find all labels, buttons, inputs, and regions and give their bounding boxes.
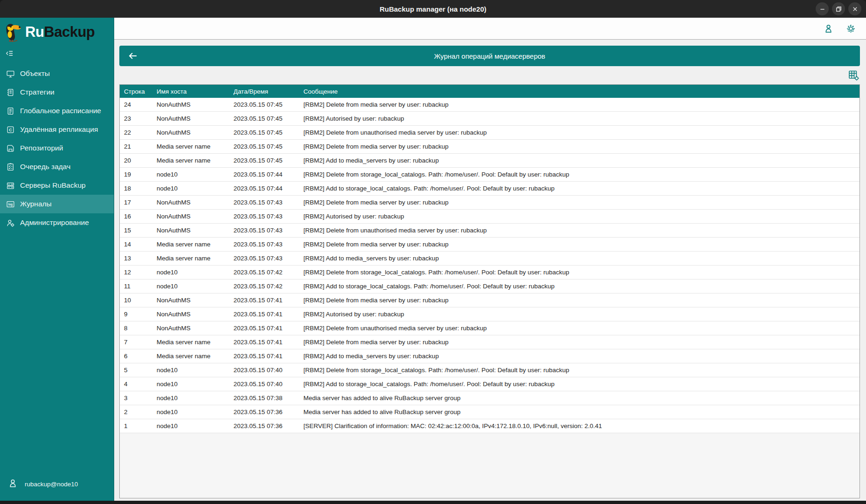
- cell-row-number: 1: [120, 422, 152, 429]
- logs-icon: log: [6, 200, 15, 209]
- cell-row-number: 7: [120, 339, 152, 346]
- table-row[interactable]: 11node102023.05.15 07:42[RBM2] Add to st…: [120, 279, 859, 293]
- table-row[interactable]: 7Media server name2023.05.15 07:41[RBM2]…: [120, 335, 859, 349]
- table-body: 24NonAuthMS2023.05.15 07:45[RBM2] Delete…: [120, 98, 859, 498]
- table-settings-button[interactable]: [848, 70, 859, 81]
- content-area: Журнал операций медиасерверов СтрокаИмя …: [114, 40, 866, 501]
- cell-row-number: 22: [120, 129, 152, 136]
- table-row[interactable]: 20Media server name2023.05.15 07:45[RBM2…: [120, 154, 859, 168]
- table-row[interactable]: 10NonAuthMS2023.05.15 07:41[RBM2] Delete…: [120, 293, 859, 307]
- repository-icon: [6, 144, 15, 153]
- administration-icon: [6, 218, 15, 227]
- sidebar-item-remote-replication[interactable]: CУдалённая репликация: [0, 120, 114, 139]
- sidebar-item-administration[interactable]: Администрирование: [0, 213, 114, 232]
- sidebar-collapse-button[interactable]: [6, 48, 18, 60]
- sidebar-item-strategies[interactable]: Стратегии: [0, 83, 114, 102]
- column-header-2[interactable]: Дата/Время: [229, 88, 299, 95]
- window-controls: [816, 0, 861, 18]
- restore-button[interactable]: [832, 2, 845, 15]
- table-row[interactable]: 12node102023.05.15 07:42[RBM2] Delete fr…: [120, 266, 859, 279]
- cell-datetime: 2023.05.15 07:44: [229, 171, 299, 178]
- user-info: rubackup@node10: [0, 478, 114, 501]
- servers-icon: [6, 181, 15, 190]
- table-row[interactable]: 6Media server name2023.05.15 07:41[RBM2]…: [120, 349, 859, 363]
- table-row[interactable]: 24NonAuthMS2023.05.15 07:45[RBM2] Delete…: [120, 98, 859, 112]
- table-row[interactable]: 19node102023.05.15 07:44[RBM2] Delete fr…: [120, 168, 859, 182]
- table-row[interactable]: 21Media server name2023.05.15 07:45[RBM2…: [120, 140, 859, 154]
- sidebar-item-repository[interactable]: Репозиторий: [0, 139, 114, 157]
- settings-gear-icon[interactable]: [846, 24, 856, 34]
- cell-datetime: 2023.05.15 07:43: [229, 241, 299, 248]
- table-row[interactable]: 16NonAuthMS2023.05.15 07:43[RBM2] Autori…: [120, 210, 859, 224]
- table-row[interactable]: 22NonAuthMS2023.05.15 07:45[RBM2] Delete…: [120, 126, 859, 140]
- cell-row-number: 19: [120, 171, 152, 178]
- table-row[interactable]: 23NonAuthMS2023.05.15 07:45[RBM2] Autori…: [120, 112, 859, 126]
- cell-host-name: Media server name: [152, 157, 229, 164]
- table-header: СтрокаИмя хостаДата/ВремяСообщение: [120, 85, 859, 98]
- table-row[interactable]: 15NonAuthMS2023.05.15 07:43[RBM2] Delete…: [120, 224, 859, 238]
- cell-message: [RBM2] Delete from storage_local_catalog…: [299, 367, 859, 374]
- table-row[interactable]: 8NonAuthMS2023.05.15 07:41[RBM2] Delete …: [120, 321, 859, 335]
- sidebar-item-label: Очередь задач: [20, 163, 70, 171]
- cell-row-number: 3: [120, 395, 152, 402]
- cell-message: [RBM2] Add to media_servers by user: rub…: [299, 157, 859, 164]
- cell-message: [RBM2] Delete from media server by user:…: [299, 241, 859, 248]
- table-row[interactable]: 1node102023.05.15 07:36[SERVER] Clarific…: [120, 419, 859, 433]
- cell-message: [RBM2] Delete from media server by user:…: [299, 199, 859, 206]
- cell-host-name: NonAuthMS: [152, 213, 229, 220]
- sidebar-item-global-schedule[interactable]: Глобальное расписание: [0, 102, 114, 120]
- sidebar-item-journals[interactable]: logЖурналы: [0, 195, 114, 213]
- table-row[interactable]: 9NonAuthMS2023.05.15 07:41[RBM2] Autoris…: [120, 307, 859, 321]
- column-header-0[interactable]: Строка: [120, 88, 152, 95]
- cell-host-name: NonAuthMS: [152, 129, 229, 136]
- cell-message: [RBM2] Delete from unauthorised media se…: [299, 325, 859, 332]
- cell-message: [RBM2] Delete from media server by user:…: [299, 339, 859, 346]
- cell-datetime: 2023.05.15 07:41: [229, 353, 299, 360]
- minimize-button[interactable]: [816, 2, 829, 15]
- column-header-3[interactable]: Сообщение: [299, 88, 859, 95]
- sidebar-item-label: Объекты: [20, 69, 50, 78]
- cell-host-name: node10: [152, 269, 229, 276]
- cell-message: Media server has added to alive RuBackup…: [299, 409, 859, 415]
- cell-row-number: 2: [120, 409, 152, 415]
- cell-row-number: 11: [120, 283, 152, 290]
- column-header-1[interactable]: Имя хоста: [152, 88, 229, 95]
- table-row[interactable]: 3node102023.05.15 07:38Media server has …: [120, 391, 859, 405]
- sidebar-item-rubackup-servers[interactable]: Серверы RuBackup: [0, 176, 114, 195]
- cell-host-name: NonAuthMS: [152, 311, 229, 318]
- app-window: RuBackup manager (на node20): [0, 0, 866, 504]
- sidebar-item-task-queue[interactable]: Очередь задач: [0, 157, 114, 176]
- cell-host-name: NonAuthMS: [152, 101, 229, 108]
- strategies-icon: [6, 88, 15, 97]
- table-row[interactable]: 17NonAuthMS2023.05.15 07:43[RBM2] Delete…: [120, 196, 859, 210]
- cell-row-number: 14: [120, 241, 152, 248]
- profile-icon[interactable]: [824, 24, 833, 34]
- sidebar-item-label: Глобальное расписание: [20, 107, 101, 115]
- table-row[interactable]: 18node102023.05.15 07:44[RBM2] Add to st…: [120, 182, 859, 196]
- sidebar-item-label: Стратегии: [20, 88, 55, 96]
- cell-host-name: NonAuthMS: [152, 325, 229, 332]
- cell-host-name: node10: [152, 185, 229, 192]
- sidebar-item-label: Журналы: [20, 200, 52, 208]
- cell-datetime: 2023.05.15 07:43: [229, 199, 299, 206]
- cell-datetime: 2023.05.15 07:41: [229, 311, 299, 318]
- cell-message: [RBM2] Delete from media server by user:…: [299, 101, 859, 108]
- table-row[interactable]: 4node102023.05.15 07:40[RBM2] Add to sto…: [120, 377, 859, 391]
- table-row[interactable]: 13Media server name2023.05.15 07:43[RBM2…: [120, 252, 859, 266]
- user-label: rubackup@node10: [25, 481, 78, 488]
- table-row[interactable]: 5node102023.05.15 07:40[RBM2] Delete fro…: [120, 363, 859, 377]
- monitor-icon: [6, 69, 15, 78]
- collapse-icon: [6, 49, 14, 59]
- table-row[interactable]: 14Media server name2023.05.15 07:43[RBM2…: [120, 238, 859, 252]
- top-toolbar: [114, 18, 866, 40]
- sidebar-item-objects[interactable]: Объекты: [0, 64, 114, 83]
- close-button[interactable]: [848, 2, 861, 15]
- cell-row-number: 18: [120, 185, 152, 192]
- cell-datetime: 2023.05.15 07:45: [229, 115, 299, 122]
- cell-datetime: 2023.05.15 07:43: [229, 213, 299, 220]
- back-button[interactable]: [125, 46, 141, 66]
- page-title: Журнал операций медиасерверов: [434, 52, 545, 60]
- cell-host-name: node10: [152, 171, 229, 178]
- table-row[interactable]: 2node102023.05.15 07:36Media server has …: [120, 405, 859, 419]
- cell-row-number: 6: [120, 353, 152, 360]
